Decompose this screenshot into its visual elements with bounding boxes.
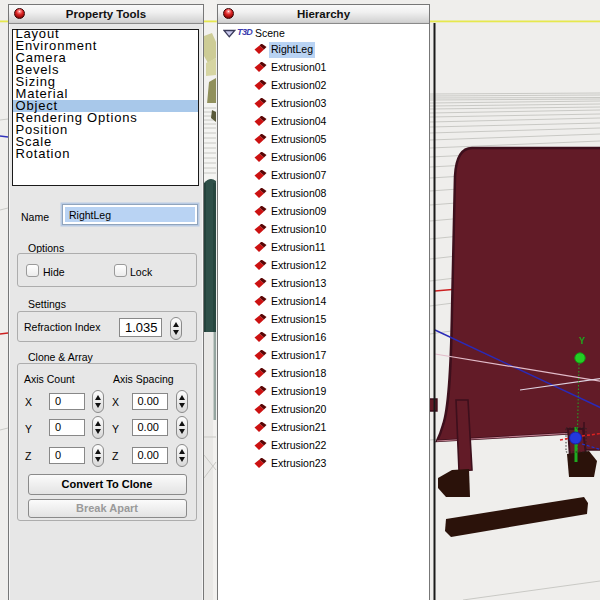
svg-text:Y: Y [579,336,585,347]
